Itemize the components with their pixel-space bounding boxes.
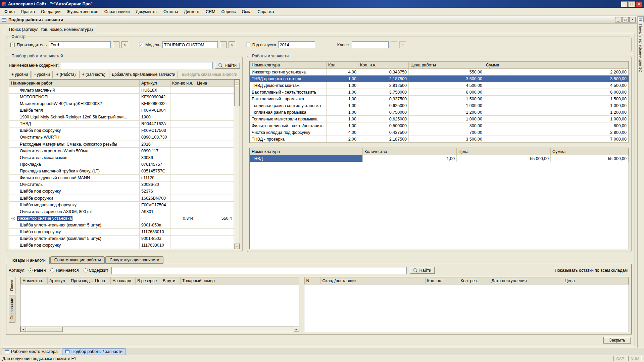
work-row[interactable]: Чистка колодца под форсунку 4,00 0,43750…	[250, 129, 629, 136]
works-tree-row[interactable]: −Прокладка масляной трубки к блоку. (LT)…	[9, 168, 234, 174]
column-header[interactable]: Дата поступления	[490, 277, 563, 285]
scrollbar-track[interactable]	[26, 327, 294, 332]
column-header[interactable]: Склад/поставщик	[320, 277, 425, 285]
works-tree-row[interactable]: −Шайба уплотнительная (комплект 5 штук) …	[9, 222, 234, 228]
bottom-tab[interactable]: Сопутствующие запчасти	[105, 256, 163, 264]
column-header[interactable]: Кол.	[327, 62, 358, 69]
works-tree-row[interactable]: −Очиститель агрегатов Wurth 500мл 0890.1…	[9, 148, 234, 154]
column-header[interactable]: Кол. рез.	[459, 277, 490, 285]
column-header[interactable]: N	[304, 277, 320, 285]
work-row[interactable]: Бак топливный - снять/поставить 1,00 3,7…	[250, 89, 629, 96]
scroll-left-icon[interactable]: ◄	[20, 327, 26, 332]
column-header[interactable]: В пути	[161, 277, 181, 285]
column-header[interactable]: Цена	[457, 148, 551, 155]
column-header[interactable]: Наименование работ	[9, 80, 140, 87]
article-match-radio[interactable]: Равен	[29, 268, 46, 273]
works-tree-row[interactable]: −Шайба уплотнительная (комплект 5 штук) …	[9, 235, 234, 242]
works-tree-row[interactable]: −Инжектор снятие установка 0,344 550,4	[9, 215, 234, 222]
works-tree-row[interactable]: −ТНВД R9044Z162A	[9, 120, 234, 127]
column-header[interactable]: Цена работы	[409, 62, 484, 69]
model-checkbox[interactable]: ✓	[139, 43, 143, 47]
column-header[interactable]: Артикул	[48, 277, 69, 285]
works-tree-row[interactable]: −Фильтр воздушный основной MANN c11120	[9, 174, 234, 181]
collapse-icon[interactable]: −	[11, 217, 15, 220]
works-tree-row[interactable]: −1900 Liqui Moly Schnell-Reiniger 12x0,5…	[9, 114, 234, 120]
part-row[interactable]: ТНВД 1,00 55 000,00 55 000,00	[250, 155, 629, 162]
menu-item[interactable]: Дисконт	[181, 8, 202, 15]
scrollbar-thumb[interactable]	[234, 85, 240, 106]
column-header[interactable]: Кол. ост.	[425, 277, 459, 285]
works-tree-row[interactable]: −Очиститель WURTH 0890.108.730	[9, 134, 234, 141]
works-tree-row[interactable]: −Шайба форсунки 16626BN700	[9, 195, 234, 202]
work-row[interactable]: ТНВД проверка на стенде 1,00 2,187500 3 …	[250, 75, 629, 82]
column-header[interactable]: Цена	[93, 277, 111, 285]
work-row[interactable]: Фильтр топливный - снять/поставить 1,00 …	[250, 122, 629, 129]
side-tab[interactable]: Справочник	[9, 295, 15, 323]
manufacturer-checkbox[interactable]: ✓	[10, 43, 15, 47]
menu-item[interactable]: Справка	[255, 8, 277, 15]
mdi-minimize-button[interactable]: _	[615, 17, 622, 22]
taskbar-tab[interactable]: Подбор работы / запчасти	[62, 348, 126, 355]
toolbar-button[interactable]: - уровни	[32, 71, 52, 78]
menu-item[interactable]: Сервис	[219, 8, 239, 15]
scroll-up-icon[interactable]: ▲	[234, 80, 240, 85]
work-row[interactable]: Топливная рампа промывка 1,00 0,750000 1…	[250, 109, 629, 116]
column-header[interactable]: Количество	[363, 148, 457, 155]
toolbar-button[interactable]: + уровни	[9, 71, 31, 78]
column-header[interactable]: Номенклатура	[250, 62, 327, 69]
model-clear-button[interactable]: ×	[229, 41, 235, 48]
work-row[interactable]: ТНВД - проверка 2,00 2,187500 3 500,00 7…	[250, 136, 629, 143]
scroll-right-icon[interactable]: ►	[294, 327, 299, 332]
column-header[interactable]: Производ...	[69, 277, 93, 285]
menu-item[interactable]: Правка	[18, 8, 38, 15]
bottom-tab[interactable]: Товары и аналоги	[7, 257, 50, 264]
toolbar-button[interactable]: + (Запчасть)	[79, 71, 108, 78]
menu-item[interactable]: Справочники	[102, 8, 133, 15]
column-header[interactable]: Кол-во н.ч.	[170, 80, 195, 87]
find-works-button[interactable]: Найти	[215, 62, 240, 69]
manufacturer-clear-button[interactable]: ×	[121, 41, 128, 48]
column-header[interactable]: Товарный номер	[181, 277, 299, 285]
works-tree-row[interactable]: −Масломоторное5W-40(1литр)KE90090032 KE9…	[9, 100, 234, 107]
works-tree-row[interactable]: −Шайба медная под форсунку F00VC17504	[9, 202, 234, 208]
mdi-restore-button[interactable]: □	[622, 17, 629, 22]
work-row[interactable]: Топливная рампа снятие установка 1,00 0,…	[250, 102, 629, 109]
column-header[interactable]: Сумма	[551, 148, 629, 155]
work-row[interactable]: Топливные магистрали промывка 1,00 0,625…	[250, 116, 629, 122]
year-checkbox[interactable]	[246, 43, 250, 47]
works-tree-row[interactable]: −MOTORENOEL KE90090042	[9, 94, 234, 100]
works-tree-row[interactable]: −Шайба под форсунку F00VC17503	[9, 127, 234, 134]
article-match-radio[interactable]: Содержит	[84, 268, 108, 273]
column-header[interactable]: Кол. н.ч.	[358, 62, 409, 69]
toolbar-button[interactable]: Выводить связанные аналоги	[179, 71, 240, 78]
work-row[interactable]: Инжектор снятие установка 4,00 0,343750 …	[250, 69, 629, 75]
name-contains-input[interactable]	[61, 62, 213, 69]
minimize-button[interactable]: _	[621, 1, 628, 7]
works-tree-row[interactable]: −Прокладка 076145757	[9, 161, 234, 168]
maximize-button[interactable]: □	[628, 1, 635, 7]
work-row[interactable]: ТНВД Демонтаж монтаж 1,00 2,812500 4 500…	[250, 82, 629, 89]
column-header[interactable]: Номенклатура	[250, 148, 363, 155]
works-tree-row[interactable]: −Очиститель тормозов AXIOM, 800 ml A9801	[9, 208, 234, 215]
works-tree-row[interactable]: −Шайба под форсунку 1117633010	[9, 228, 234, 235]
works-tree-row[interactable]: −Расходные материалы: Смазка, фиксатор р…	[9, 141, 234, 148]
works-tree-row[interactable]: −Шайба под форсунку 1117633010	[9, 242, 234, 249]
bottom-tab[interactable]: Сопутствующие работы	[50, 256, 105, 264]
works-tree-row[interactable]: −Очиститель механизмов 30086	[9, 154, 234, 161]
article-search-input[interactable]	[111, 267, 407, 274]
find-article-button[interactable]: Найти	[410, 267, 435, 274]
menu-item[interactable]: Отчеты	[161, 8, 181, 15]
column-header[interactable]: Сумма	[484, 62, 629, 69]
menu-item[interactable]: Операции	[38, 8, 63, 15]
column-header[interactable]: Номенкла...	[21, 277, 48, 285]
works-tree-row[interactable]: −Фильтр масляный HU618X	[9, 87, 234, 94]
vertical-scrollbar[interactable]: ▲ ▼	[234, 80, 240, 249]
column-header[interactable]: В резерве	[136, 277, 161, 285]
side-tab[interactable]: Поиск	[9, 277, 15, 294]
scrollbar-track[interactable]	[234, 85, 240, 244]
tab-search[interactable]: Поиск (артикул, тов. номер, номенклатура…	[5, 26, 97, 33]
column-header[interactable]: Цена	[195, 80, 234, 87]
works-tree-row[interactable]: −Шайба под форсунку 52376	[9, 188, 234, 195]
article-match-radio[interactable]: Начинается	[50, 268, 79, 273]
close-form-button[interactable]: Закрыть	[603, 337, 631, 344]
